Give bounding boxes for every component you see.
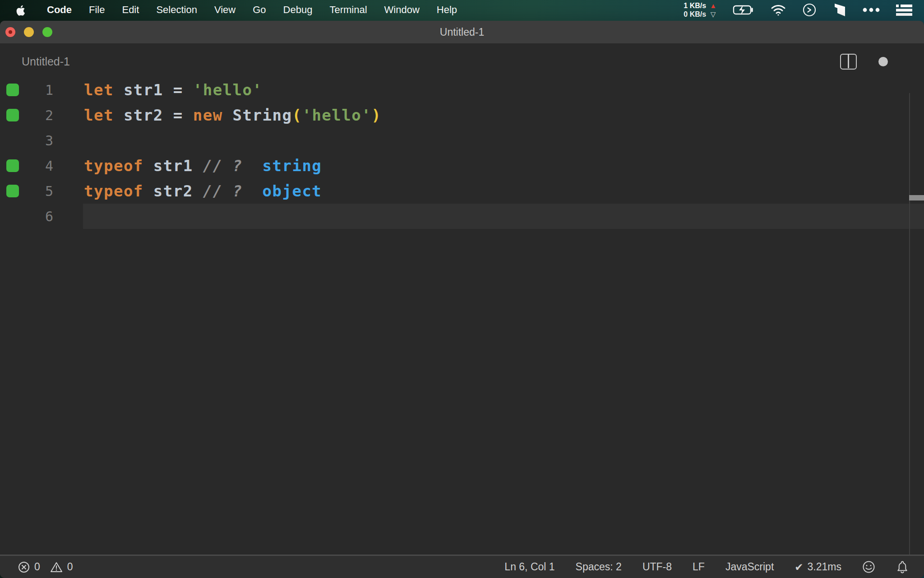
network-speed-widget[interactable]: 1 KB/s 0 KB/s ▲ ▽ bbox=[684, 1, 716, 19]
quokka-coverage-indicator bbox=[6, 109, 19, 121]
line-number[interactable]: 4 bbox=[25, 158, 53, 174]
apple-logo-icon[interactable] bbox=[15, 4, 25, 16]
cursor-position[interactable]: Ln 6, Col 1 bbox=[504, 561, 554, 573]
split-editor-icon[interactable] bbox=[840, 54, 857, 70]
window-title: Untitled-1 bbox=[440, 26, 484, 38]
menu-edit[interactable]: Edit bbox=[122, 4, 139, 16]
traffic-lights bbox=[5, 21, 52, 43]
editor-area[interactable]: 1let str1 = 'hello'2let str2 = new Strin… bbox=[0, 72, 924, 555]
gutter[interactable] bbox=[0, 159, 25, 172]
gutter[interactable] bbox=[0, 84, 25, 96]
check-icon: ✔ bbox=[795, 561, 803, 573]
language-mode[interactable]: JavaScript bbox=[725, 561, 774, 573]
code-line[interactable]: 6 bbox=[0, 204, 924, 229]
code-text: let str2 = new String('hello') bbox=[53, 106, 381, 124]
battery-charging-icon[interactable] bbox=[733, 4, 754, 16]
minimize-button[interactable] bbox=[24, 27, 34, 37]
line-number[interactable]: 6 bbox=[25, 209, 53, 224]
bell-icon bbox=[896, 560, 909, 573]
gutter[interactable] bbox=[0, 109, 25, 121]
eol-setting[interactable]: LF bbox=[693, 561, 705, 573]
code-text: typeof str1 // ? string bbox=[53, 157, 322, 175]
warning-count: 0 bbox=[67, 561, 73, 573]
list-menu-icon[interactable] bbox=[896, 4, 912, 16]
line-number[interactable]: 5 bbox=[25, 183, 53, 199]
menu-terminal[interactable]: Terminal bbox=[329, 4, 367, 16]
current-line-highlight bbox=[83, 204, 924, 229]
menu-app[interactable]: Code bbox=[47, 4, 72, 16]
download-arrow-icon: ▽ bbox=[711, 10, 716, 19]
menu-view[interactable]: View bbox=[214, 4, 236, 16]
menu-items: Code File Edit Selection View Go Debug T… bbox=[47, 4, 457, 16]
error-icon bbox=[18, 561, 30, 573]
line-number[interactable]: 2 bbox=[25, 107, 53, 123]
menu-debug[interactable]: Debug bbox=[283, 4, 313, 16]
vscode-window: Untitled-1 Untitled-1 1let str1 = 'hello… bbox=[0, 21, 924, 578]
window-title-bar[interactable]: Untitled-1 bbox=[0, 21, 924, 43]
overview-ruler-marker bbox=[909, 195, 924, 200]
editor-title-row: Untitled-1 bbox=[0, 47, 924, 76]
quokka-coverage-indicator bbox=[6, 84, 19, 96]
indentation-setting[interactable]: Spaces: 2 bbox=[576, 561, 622, 573]
code-line[interactable]: 4typeof str1 // ? string bbox=[0, 153, 924, 178]
code-line[interactable]: 5typeof str2 // ? object bbox=[0, 178, 924, 204]
network-down-speed: 0 KB/s bbox=[684, 10, 706, 19]
code-text: let str1 = 'hello' bbox=[53, 81, 263, 99]
open-file-label[interactable]: Untitled-1 bbox=[22, 55, 840, 68]
feedback-smiley[interactable] bbox=[862, 560, 875, 573]
code-line[interactable]: 1let str1 = 'hello' bbox=[0, 77, 924, 103]
menu-file[interactable]: File bbox=[89, 4, 105, 16]
error-count: 0 bbox=[34, 561, 40, 573]
ellipsis-icon[interactable] bbox=[863, 8, 880, 12]
upload-arrow-icon: ▲ bbox=[710, 1, 716, 10]
wifi-icon[interactable] bbox=[771, 4, 786, 16]
warning-icon bbox=[50, 561, 63, 573]
pennant-icon[interactable] bbox=[833, 3, 846, 17]
menu-bar-status-items: 1 KB/s 0 KB/s ▲ ▽ bbox=[684, 1, 912, 19]
code-line[interactable]: 2let str2 = new String('hello') bbox=[0, 103, 924, 128]
macos-menu-bar: Code File Edit Selection View Go Debug T… bbox=[0, 0, 924, 19]
gutter[interactable] bbox=[0, 185, 25, 197]
code-text: typeof str2 // ? object bbox=[53, 182, 322, 200]
terminal-prompt-icon[interactable] bbox=[802, 3, 817, 17]
code-lines: 1let str1 = 'hello'2let str2 = new Strin… bbox=[0, 72, 924, 229]
network-up-speed: 1 KB/s bbox=[684, 1, 706, 10]
status-bar-right: Ln 6, Col 1 Spaces: 2 UTF-8 LF JavaScrip… bbox=[504, 560, 909, 573]
code-line[interactable]: 3 bbox=[0, 128, 924, 153]
encoding-setting[interactable]: UTF-8 bbox=[642, 561, 672, 573]
smiley-icon bbox=[862, 560, 875, 573]
unsaved-changes-dot-icon bbox=[878, 57, 888, 66]
overview-ruler[interactable] bbox=[909, 93, 910, 555]
notifications-bell[interactable] bbox=[896, 560, 909, 573]
close-button[interactable] bbox=[5, 27, 15, 37]
menu-window[interactable]: Window bbox=[384, 4, 420, 16]
menu-selection[interactable]: Selection bbox=[156, 4, 197, 16]
problems-indicator[interactable]: 0 0 bbox=[18, 561, 79, 573]
line-number[interactable]: 3 bbox=[25, 133, 53, 149]
perf-time: 3.21ms bbox=[808, 561, 841, 573]
status-bar: 0 0 Ln 6, Col 1 Spaces: 2 UTF-8 LF JavaS… bbox=[0, 555, 924, 578]
menu-help[interactable]: Help bbox=[437, 4, 457, 16]
quokka-coverage-indicator bbox=[6, 185, 19, 197]
menu-go[interactable]: Go bbox=[253, 4, 266, 16]
line-number[interactable]: 1 bbox=[25, 82, 53, 98]
quokka-perf[interactable]: ✔ 3.21ms bbox=[795, 561, 841, 573]
zoom-button[interactable] bbox=[42, 27, 52, 37]
quokka-coverage-indicator bbox=[6, 159, 19, 172]
